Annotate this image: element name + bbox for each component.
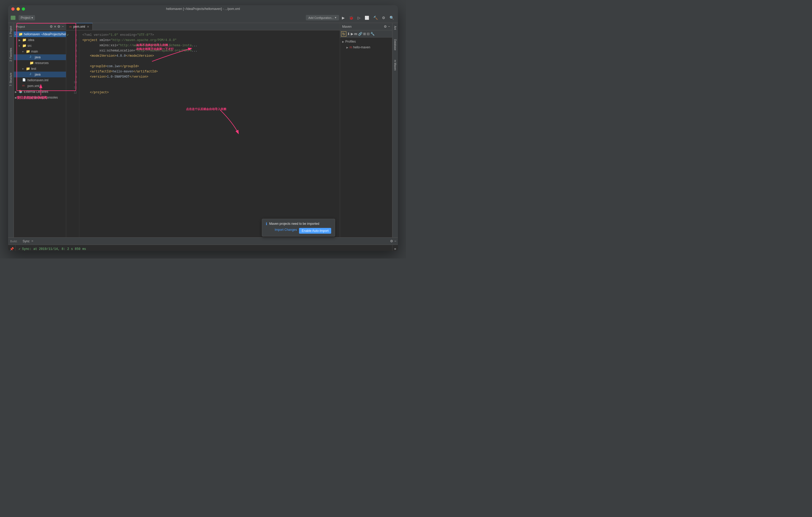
sync-tab-label: Sync [23,239,30,243]
tree-item-scratches[interactable]: ▶ ✏ Scratches and Consoles [14,95,66,100]
add-config-label: Add Configuration... [309,16,334,19]
tree-item-resources[interactable]: 📁 resources [14,60,66,66]
minimize-button[interactable] [17,7,20,11]
right-tab-maven[interactable]: m Maven [393,58,397,72]
tree-item-test-java[interactable]: J java [14,71,66,78]
expand-arrow: ▶ [15,96,19,99]
editor-content: ✓ 1 2 3 4 5 6 7 8 9 10 11 12 <?xml [66,30,340,237]
maven-panel-title: Maven [342,25,383,29]
maven-minimize-icon[interactable]: − [388,25,390,29]
code-line-11 [82,85,337,90]
tree-item-test[interactable]: ▾ 📁 test [14,66,66,71]
bottom-left-strip: 📌 👁 [8,245,16,251]
right-tab-database[interactable]: Database [393,38,397,52]
tree-item-iml[interactable]: 📄 hellomaven.iml [14,78,66,83]
bottom-tab-sync[interactable]: Sync ✕ [20,238,37,245]
notif-header-text: Maven projects need to be imported [269,222,319,225]
maven-tree: ▶ Profiles ▶ m hello-maven [340,38,392,237]
bottom-panel-minus[interactable]: − [394,239,396,243]
editor-tab-pom[interactable]: m pom.xml ✕ [66,23,93,30]
maven-refresh-icon[interactable]: ↻ [341,31,346,37]
panel-header-icons: ⚙ ≡ ⚙ − [50,25,64,29]
sidebar-item-structure[interactable]: 7: Structure [9,71,13,88]
tab-close-icon[interactable]: ✕ [87,25,89,29]
tree-item-label: .idea [27,38,34,42]
maximize-button[interactable] [22,7,25,11]
maven-wrench-icon[interactable]: 🔧 [370,32,375,36]
tree-item-idea[interactable]: ▶ 📁 .idea [14,37,66,43]
maven-expand-icon[interactable]: ⊞ [363,32,366,36]
titlebar: hellomaven [~/IdeaProjects/hellomaven] -… [8,5,398,12]
tree-item-label: External Libraries [24,90,48,94]
panel-sort-icon[interactable]: ≡ [54,25,56,29]
code-editor[interactable]: <?xml version="1.0" encoding="UTF-8"?> <… [79,30,340,237]
maven-m-icon[interactable]: m [354,32,357,36]
build-button[interactable]: 🔨 [372,15,379,21]
debug-button[interactable]: 🐞 [348,15,355,21]
maven-profiles-item[interactable]: ▶ Profiles [340,39,392,44]
sync-status-line: ✓ Sync: at 2019/11/14, 8: 2 s 850 ms [19,247,389,251]
tree-item-main-java[interactable]: J java [14,54,66,60]
project-icon [11,16,16,20]
line-num-11: 11 [70,85,79,90]
pin-icon[interactable]: 📌 [9,246,15,251]
line-num-5: 5 [70,53,79,59]
tree-item-label: src [27,44,32,48]
code-line-3: xmlns:xsi="http://www.w3.org/2001/XMLSch… [82,43,337,48]
line-num-1: 1 [70,32,79,38]
right-tab-ant[interactable]: Ant [393,24,397,31]
filter-icon[interactable]: ≡ [393,246,397,251]
expand-arrow: ▶ [15,90,19,93]
project-panel-header: Project ⚙ ≡ ⚙ − [14,23,66,30]
maven-link-icon[interactable]: 🔗 [358,32,362,36]
maven-download-icon[interactable]: ⬇ [347,32,350,36]
tree-item-main[interactable]: ▾ 📁 main [14,49,66,54]
run-button[interactable]: ▶ [341,15,346,21]
maven-run-icon[interactable]: ▶ [351,32,353,36]
project-panel-title: Project [16,25,49,28]
tree-item-hellomaven[interactable]: ▾ 📁 hellomaven ~/IdeaProjects/hello... [14,31,66,37]
gutter-check-icon: ✓ [66,32,69,38]
maven-project-label: hello-maven [353,45,370,49]
add-configuration-button[interactable]: Add Configuration... ▾ [306,15,339,20]
maven-project-item[interactable]: ▶ m hello-maven [340,44,392,50]
import-changes-link[interactable]: Import Changes [275,228,297,234]
tree-item-label: Scratches and Consoles [24,96,58,99]
line-num-4: 4 [70,48,79,53]
code-line-10 [82,80,337,85]
tree-item-pom[interactable]: m pom.xml [14,83,66,89]
stop-button[interactable]: ⬜ [364,15,370,21]
line-num-6: 6 [70,59,79,64]
pom-icon: m [22,84,26,88]
maven-gear-icon[interactable]: ⚙ [384,25,387,29]
run-coverage-button[interactable]: ▷ [356,15,362,21]
maven-panel-header: Maven ⚙ − [340,23,392,30]
sidebar-item-project[interactable]: 1: Project [9,24,13,38]
bottom-right-strip: ≡ ⇅ [392,245,398,251]
panel-close-icon[interactable]: − [62,25,64,29]
editor-tabs: m pom.xml ✕ [66,23,340,30]
java-test-icon: J [30,72,34,77]
profiles-arrow: ▶ [342,40,344,43]
sidebar-item-favorites[interactable]: 2: Favorites [9,46,13,63]
enable-auto-import-button[interactable]: Enable Auto-Import [299,228,331,234]
bottom-panel-gear[interactable]: ⚙ [390,239,393,243]
sdk-button[interactable]: ⚙ [381,15,387,21]
sync-tab-close[interactable]: ✕ [31,239,33,243]
project-dropdown[interactable]: Project ▾ [19,15,35,20]
panel-gear-icon[interactable]: ⚙ [50,25,53,29]
tree-item-src[interactable]: ▾ 📁 src [14,43,66,49]
line-num-7: 7 [70,64,79,69]
close-button[interactable] [11,7,14,11]
search-everywhere-button[interactable]: 🔍 [388,15,395,21]
tree-item-ext-libs[interactable]: ▶ 📚 External Libraries [14,89,66,95]
tree-item-label: java [35,73,40,76]
panel-settings-icon[interactable]: ⚙ [57,25,60,29]
maven-collapse-icon[interactable]: ⊟ [367,32,370,36]
tab-label: pom.xml [73,25,85,29]
build-output: ✓ Sync: at 2019/11/14, 8: 2 s 850 ms [16,245,392,251]
add-config-arrow: ▾ [335,16,337,19]
tree-item-label: hellomaven.iml [27,79,49,82]
code-line-5: <modelVersion>4.0.0</modelVersion> [82,53,337,59]
maven-notif-actions: Import Changes Enable Auto-Import [266,228,331,234]
